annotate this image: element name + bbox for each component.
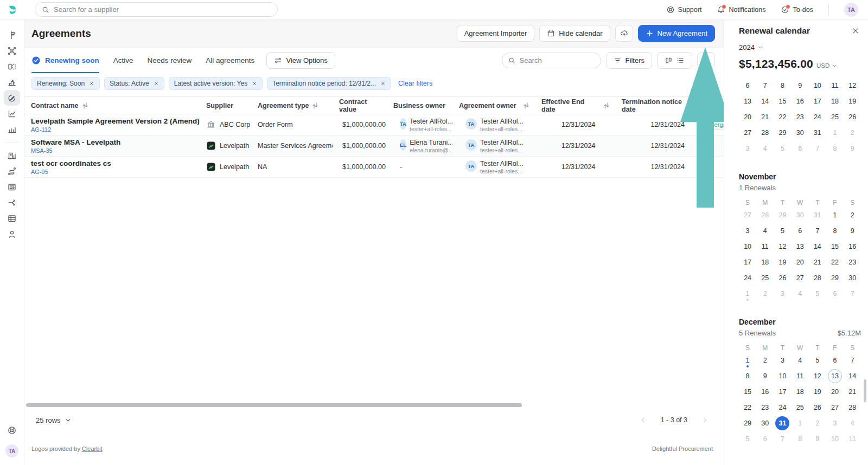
rows-per-page-select[interactable]: 25 rows [36,416,72,424]
calendar-day[interactable]: 5 [774,140,791,156]
calendar-day[interactable]: 18 [792,384,809,399]
calendar-day[interactable]: 9 [809,431,826,447]
chip-remove-icon[interactable] [252,81,257,86]
calendar-day[interactable]: 11 [826,78,844,93]
column-header[interactable]: Contract name [24,102,200,109]
calendar-day[interactable]: 26 [774,270,791,286]
calendar-day[interactable]: 10 [826,431,844,447]
calendar-day[interactable]: 17 [774,384,791,399]
calendar-day[interactable]: 4 [756,223,774,238]
calendar-day[interactable]: 16 [844,238,861,254]
column-header[interactable]: Auto re... [691,102,724,109]
calendar-day[interactable]: 15 [826,238,844,254]
calendar-day[interactable]: 21 [756,109,774,125]
filters-button[interactable]: Filters [606,52,652,69]
calendar-day[interactable]: 7 [809,140,826,156]
calendar-day[interactable]: 7 [774,431,791,447]
calendar-day[interactable]: 1 [739,286,756,301]
calendar-day[interactable]: 27 [792,270,809,286]
sidebar-item-person[interactable] [4,226,20,242]
calendar-day[interactable]: 23 [844,254,861,270]
column-header[interactable]: Contract value [333,98,387,113]
calendar-day[interactable]: 12 [844,78,861,93]
sidebar-item-signpost[interactable] [4,27,20,43]
notifications-button[interactable]: Notifications [717,5,765,14]
calendar-day[interactable]: 10 [739,238,756,254]
calendar-day[interactable]: 12 [774,238,791,254]
filter-chip[interactable]: Latest active version: Yes [169,77,263,90]
clearbit-link[interactable]: Clearbit [82,445,103,452]
filter-chip[interactable]: Renewing: Soon [31,77,100,90]
hide-calendar-button[interactable]: Hide calendar [539,25,610,42]
sidebar-item-nodes[interactable] [4,43,20,59]
calendar-day[interactable]: 22 [774,109,791,125]
calendar-day[interactable]: 7 [756,78,774,93]
calendar-day[interactable]: 19 [774,254,791,270]
calendar-day[interactable]: 8 [826,223,844,238]
sidebar-item-route[interactable] [4,163,20,179]
calendar-day[interactable]: 8 [774,78,791,93]
column-header[interactable]: Termination notice date [615,98,691,113]
sidebar-item-pen[interactable] [4,90,20,106]
sidebar-item-company-insights[interactable] [4,147,20,163]
new-agreement-button[interactable]: New Agreement [638,25,716,42]
contract-name-link[interactable]: Levelpath Sample Agreement Version 2 (Am… [31,117,200,125]
calendar-day[interactable]: 27 [826,399,844,415]
calendar-day[interactable]: 9 [844,223,861,238]
agreement-importer-button[interactable]: Agreement Importer [457,25,535,42]
sidebar-avatar[interactable]: TA [5,444,18,457]
calendar-day[interactable]: 1 [826,125,844,140]
calendar-day[interactable]: 20 [739,109,756,125]
calendar-day[interactable]: 29 [774,207,791,223]
sidebar-item-line-chart[interactable] [4,106,20,121]
calendar-day[interactable]: 3 [774,286,791,301]
clear-filters-link[interactable]: Clear filters [398,80,432,87]
calendar-day[interactable]: 6 [826,286,844,301]
calendar-day[interactable]: 3 [826,415,844,431]
calendar-day[interactable]: 11 [792,368,809,384]
contract-name-link[interactable]: Software MSA - Levelpath [31,138,200,146]
calendar-day[interactable]: 21 [809,254,826,270]
calendar-day[interactable]: 1 [826,207,844,223]
table-row[interactable]: Software MSA - LevelpathMSA-35LevelpathM… [24,135,724,157]
sidebar-item-table[interactable] [4,210,20,226]
chip-remove-icon[interactable] [154,81,159,86]
calendar-day[interactable]: 5 [809,352,826,368]
calendar-day[interactable]: 4 [792,352,809,368]
chevron-left-icon[interactable] [640,417,647,424]
calendar-day[interactable]: 25 [756,270,774,286]
sort-icon[interactable] [312,102,318,109]
calendar-day[interactable]: 30 [792,125,809,140]
calendar-day[interactable]: 9 [756,368,774,384]
calendar-day[interactable]: 10 [809,78,826,93]
sidebar-item-bar-chart[interactable] [4,121,20,137]
currency-select[interactable]: USD [816,62,838,69]
calendar-day[interactable]: 14 [756,93,774,109]
column-header[interactable]: Supplier [200,102,251,109]
calendar-day[interactable]: 6 [792,140,809,156]
calendar-day[interactable]: 2 [844,207,861,223]
calendar-day[interactable]: 22 [826,254,844,270]
calendar-day[interactable]: 10 [774,368,791,384]
sidebar-item-share-arrows[interactable] [4,195,20,210]
filter-chip[interactable]: Termination notice period: 12/31/2... [267,77,391,90]
tab-active[interactable]: Active [113,48,133,73]
calendar-day[interactable]: 26 [809,399,826,415]
view-toggle-button[interactable] [657,52,692,69]
calendar-day[interactable]: 3 [739,140,756,156]
calendar-day[interactable]: 12 [809,368,826,384]
sort-icon[interactable] [82,102,88,109]
chip-remove-icon[interactable] [89,81,94,86]
calendar-day[interactable]: 27 [739,125,756,140]
calendar-day[interactable]: 16 [756,384,774,399]
calendar-day[interactable]: 4 [756,140,774,156]
calendar-day[interactable]: 30 [844,270,861,286]
calendar-day[interactable]: 30 [792,207,809,223]
calendar-day[interactable]: 7 [844,352,861,368]
calendar-day[interactable]: 24 [774,399,791,415]
calendar-day[interactable]: 14 [844,368,861,384]
calendar-day[interactable]: 24 [739,270,756,286]
calendar-day[interactable]: 5 [739,431,756,447]
calendar-day[interactable]: 9 [844,140,861,156]
sidebar-item-blocks[interactable] [4,74,20,90]
